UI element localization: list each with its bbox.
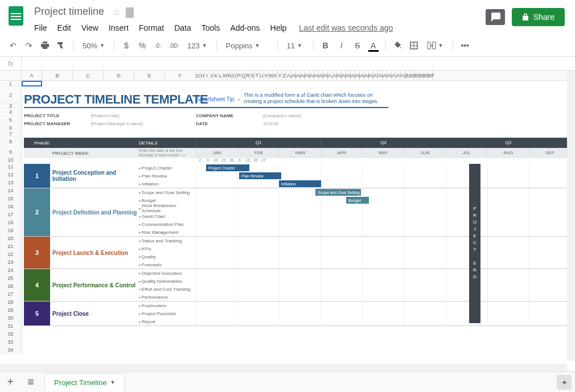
col-header[interactable]: BC bbox=[414, 71, 419, 80]
col-header[interactable]: BB bbox=[410, 71, 414, 80]
row-header[interactable]: 12 bbox=[0, 171, 22, 179]
col-header[interactable]: M bbox=[223, 71, 228, 80]
menu-format[interactable]: Format bbox=[134, 21, 169, 35]
col-header[interactable]: AL bbox=[337, 71, 342, 80]
currency-button[interactable]: $ bbox=[119, 38, 134, 53]
menu-edit[interactable]: Edit bbox=[53, 21, 76, 35]
col-header[interactable]: U bbox=[260, 71, 264, 80]
col-header[interactable]: BE bbox=[424, 71, 428, 80]
bold-button[interactable]: B bbox=[318, 38, 333, 53]
share-button[interactable]: Share bbox=[512, 8, 565, 26]
font-dropdown[interactable]: Poppins▼ bbox=[221, 38, 273, 53]
col-header[interactable]: AY bbox=[396, 71, 401, 80]
col-header[interactable]: AM bbox=[342, 71, 346, 80]
sheets-logo[interactable] bbox=[5, 5, 27, 27]
row-header[interactable]: 27 bbox=[0, 290, 22, 298]
redo-button[interactable]: ↷ bbox=[22, 38, 36, 53]
col-header[interactable]: AQ bbox=[360, 71, 364, 80]
col-header[interactable]: AU bbox=[378, 71, 383, 80]
doc-title[interactable]: Project timeline bbox=[31, 5, 108, 19]
decrease-decimal-button[interactable]: .0↓ bbox=[151, 38, 166, 53]
row-header[interactable]: 11 bbox=[0, 163, 22, 171]
gantt-bar[interactable]: Project Charter bbox=[206, 164, 249, 171]
strikethrough-button[interactable]: S bbox=[350, 38, 365, 53]
menu-data[interactable]: Data bbox=[170, 21, 196, 35]
fill-color-button[interactable] bbox=[391, 38, 405, 53]
row-header[interactable]: 16 bbox=[0, 203, 22, 211]
col-header[interactable]: G bbox=[196, 71, 200, 80]
task-detail[interactable]: Project Punchlist bbox=[139, 310, 196, 317]
col-header[interactable]: AB bbox=[291, 71, 296, 80]
merge-cells-button[interactable]: ▼ bbox=[422, 38, 448, 53]
sheet-tab[interactable]: Project Timeline ▼ bbox=[44, 373, 125, 391]
col-header[interactable]: L bbox=[219, 71, 223, 80]
col-header[interactable]: AJ bbox=[328, 71, 332, 80]
task-detail[interactable]: Risk Management bbox=[139, 228, 196, 236]
col-header[interactable]: AA bbox=[287, 71, 291, 80]
increase-decimal-button[interactable]: .00↑ bbox=[167, 38, 182, 53]
paint-format-button[interactable] bbox=[54, 38, 68, 53]
meta-value[interactable]: [Project Manager's name] bbox=[91, 121, 143, 126]
row-header[interactable]: 29 bbox=[0, 306, 22, 314]
col-header[interactable]: AS bbox=[369, 71, 373, 80]
row-header[interactable]: 28 bbox=[0, 298, 22, 306]
col-header[interactable]: AD bbox=[301, 71, 305, 80]
col-header[interactable]: BF bbox=[428, 71, 433, 80]
explore-button[interactable]: ✦ bbox=[557, 375, 572, 390]
col-header[interactable]: D bbox=[104, 71, 134, 80]
col-header[interactable]: BD bbox=[419, 71, 424, 80]
col-header[interactable]: H bbox=[200, 71, 205, 80]
col-header[interactable]: S bbox=[250, 71, 255, 80]
gantt-bar[interactable]: Budget bbox=[346, 197, 369, 204]
row-header[interactable]: 31 bbox=[0, 322, 22, 330]
row-header[interactable]: 4 bbox=[0, 108, 22, 116]
col-header[interactable]: K bbox=[214, 71, 219, 80]
col-header[interactable]: I bbox=[205, 71, 210, 80]
col-header[interactable]: E bbox=[134, 71, 165, 80]
text-color-button[interactable]: A bbox=[366, 38, 381, 53]
col-header[interactable]: B bbox=[42, 71, 73, 80]
print-button[interactable] bbox=[38, 38, 52, 53]
comments-button[interactable] bbox=[486, 9, 505, 25]
col-header[interactable]: A bbox=[22, 71, 42, 80]
menu-add-ons[interactable]: Add-ons bbox=[225, 21, 264, 35]
meta-value[interactable]: 3/12/18 bbox=[263, 121, 278, 126]
col-header[interactable]: AC bbox=[296, 71, 301, 80]
col-header[interactable]: AG bbox=[314, 71, 319, 80]
meta-value[interactable]: [Project's title] bbox=[91, 113, 120, 118]
task-detail[interactable]: Quality Deliverables bbox=[139, 277, 196, 285]
row-header[interactable]: 2 bbox=[0, 86, 22, 104]
row-header[interactable]: 26 bbox=[0, 282, 22, 290]
font-size-dropdown[interactable]: 11▼ bbox=[282, 38, 309, 53]
task-detail[interactable]: Communication Plan bbox=[139, 220, 196, 228]
task-detail[interactable]: Project Charter bbox=[139, 164, 196, 172]
col-header[interactable]: AN bbox=[346, 71, 351, 80]
add-sheet-button[interactable]: + bbox=[0, 372, 20, 393]
row-header[interactable]: 7 bbox=[0, 132, 22, 137]
horizontal-scrollbar[interactable] bbox=[0, 364, 567, 372]
gantt-bar[interactable]: Initiation bbox=[279, 180, 321, 187]
col-header[interactable]: Q bbox=[241, 71, 246, 80]
col-header[interactable]: W bbox=[269, 71, 273, 80]
col-header[interactable]: V bbox=[264, 71, 269, 80]
col-header[interactable]: AO bbox=[351, 71, 355, 80]
col-header[interactable]: C bbox=[73, 71, 104, 80]
vertical-scrollbar[interactable] bbox=[567, 71, 575, 361]
italic-button[interactable]: I bbox=[334, 38, 349, 53]
task-detail[interactable]: Plan Review bbox=[139, 172, 196, 180]
col-header[interactable]: O bbox=[232, 71, 237, 80]
row-header[interactable]: 33 bbox=[0, 338, 22, 346]
col-header[interactable]: T bbox=[255, 71, 260, 80]
task-detail[interactable]: Objective Execution bbox=[139, 269, 196, 277]
row-header[interactable]: 10 bbox=[0, 157, 22, 163]
meta-value[interactable]: [Company's name] bbox=[263, 113, 301, 118]
col-header[interactable]: Z bbox=[282, 71, 287, 80]
task-detail[interactable]: Postmortem bbox=[139, 302, 196, 310]
task-detail[interactable]: Work Breakdown Schedule bbox=[139, 204, 196, 212]
task-detail[interactable]: Forecasts bbox=[139, 261, 196, 269]
task-detail[interactable]: Report bbox=[139, 317, 196, 325]
row-header[interactable]: 19 bbox=[0, 226, 22, 234]
menu-help[interactable]: Help bbox=[266, 21, 291, 35]
row-header[interactable]: 8 bbox=[0, 137, 22, 147]
row-header[interactable]: 25 bbox=[0, 274, 22, 282]
